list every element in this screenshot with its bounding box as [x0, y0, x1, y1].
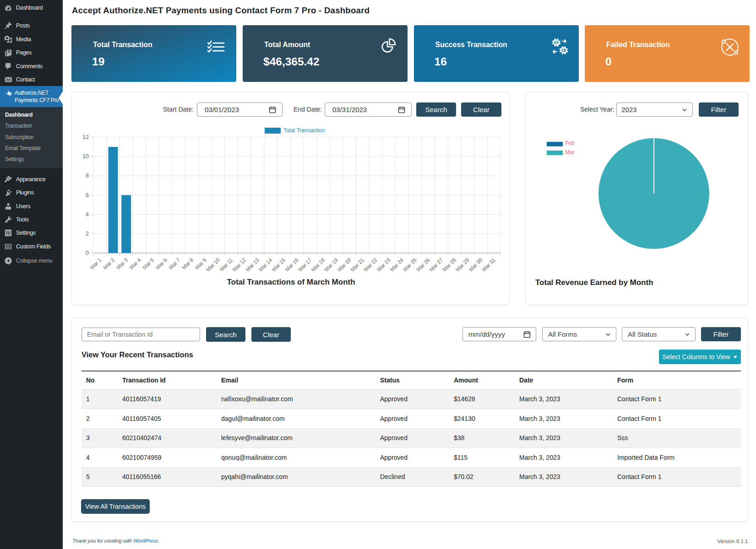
svg-text:Mar 10: Mar 10	[205, 257, 221, 273]
svg-text:Mar 22: Mar 22	[363, 257, 378, 273]
svg-text:8: 8	[86, 172, 89, 179]
svg-text:Mar 18: Mar 18	[310, 257, 326, 273]
svg-text:Mar 30: Mar 30	[468, 257, 484, 273]
svg-text:Mar 15: Mar 15	[271, 257, 286, 273]
svg-text:Mar 16: Mar 16	[284, 257, 299, 273]
svg-text:Mar 26: Mar 26	[415, 257, 431, 273]
svg-text:Mar 13: Mar 13	[245, 257, 260, 273]
svg-text:Mar 19: Mar 19	[323, 257, 339, 273]
svg-text:Mar 8: Mar 8	[181, 257, 194, 270]
svg-text:0: 0	[86, 250, 89, 256]
svg-text:Mar 21: Mar 21	[350, 257, 365, 273]
svg-text:Mar 27: Mar 27	[429, 257, 444, 273]
svg-text:2: 2	[86, 231, 89, 237]
svg-text:Mar 4: Mar 4	[129, 257, 142, 271]
svg-text:Mar 14: Mar 14	[258, 257, 273, 273]
svg-text:10: 10	[82, 153, 89, 160]
svg-text:4: 4	[86, 211, 89, 218]
svg-text:€: €	[562, 48, 565, 53]
svg-text:Mar 28: Mar 28	[441, 257, 457, 273]
svg-text:Mar 5: Mar 5	[141, 257, 155, 270]
svg-text:Mar 2: Mar 2	[102, 257, 115, 270]
svg-text:Mar 12: Mar 12	[231, 257, 247, 273]
svg-text:Mar 31: Mar 31	[481, 257, 496, 273]
svg-text:Mar 29: Mar 29	[455, 257, 470, 273]
svg-text:$: $	[555, 40, 558, 45]
svg-text:Mar 24: Mar 24	[389, 257, 405, 273]
svg-text:Mar 17: Mar 17	[297, 257, 313, 273]
svg-text:Mar 1: Mar 1	[89, 257, 102, 270]
svg-text:Mar 3: Mar 3	[115, 257, 129, 270]
svg-text:Mar 25: Mar 25	[402, 257, 418, 273]
svg-text:Mar 7: Mar 7	[168, 257, 181, 270]
svg-text:Mar 11: Mar 11	[218, 257, 234, 272]
svg-text:Mar 20: Mar 20	[337, 257, 352, 273]
svg-text:6: 6	[86, 192, 89, 199]
svg-text:12: 12	[82, 134, 89, 140]
svg-text:Mar 6: Mar 6	[155, 257, 168, 270]
svg-text:Mar 23: Mar 23	[376, 257, 392, 273]
